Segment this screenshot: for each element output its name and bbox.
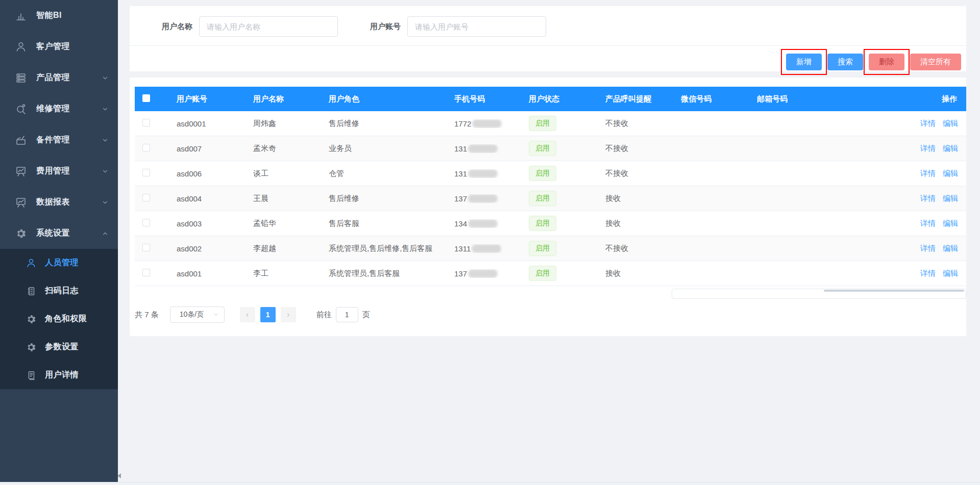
cell-phone: 1311 [448, 244, 523, 253]
redacted-phone [468, 219, 498, 228]
report-icon [14, 196, 28, 209]
user-name-input[interactable] [199, 16, 338, 37]
user-name-label: 用户名称 [162, 22, 192, 32]
user-account-input[interactable] [407, 16, 546, 37]
goto-page-input[interactable] [336, 307, 358, 322]
row-checkbox[interactable] [142, 244, 150, 251]
redacted-phone [472, 119, 502, 128]
sidebar-item-products[interactable]: 产品管理 [0, 62, 118, 93]
cell-notify: 接收 [599, 219, 675, 228]
column-header-notify: 产品呼叫提醒 [599, 94, 675, 104]
repair-icon [14, 103, 28, 116]
status-badge: 启用 [529, 241, 556, 256]
edit-link[interactable]: 编辑 [943, 119, 958, 127]
row-checkbox[interactable] [142, 169, 150, 176]
column-header-phone: 手机号码 [448, 94, 523, 104]
edit-link[interactable]: 编辑 [943, 194, 958, 202]
status-badge: 启用 [529, 191, 556, 206]
sidebar-item-reports[interactable]: 数据报表 [0, 187, 118, 218]
row-checkbox[interactable] [142, 144, 150, 151]
sidebar-item-repairs[interactable]: 维修管理 [0, 93, 118, 124]
hscroll-thumb[interactable] [824, 290, 964, 292]
sidebar-item-system-settings[interactable]: 系统设置 [0, 218, 118, 249]
next-page-button[interactable]: › [281, 307, 296, 322]
row-checkbox[interactable] [142, 269, 150, 276]
cell-notify: 接收 [599, 269, 675, 278]
search-button[interactable]: 搜索 [827, 54, 863, 70]
prev-page-button[interactable]: ‹ [240, 307, 255, 322]
annotation-box-add: 新增 [781, 49, 827, 75]
edit-link[interactable]: 编辑 [943, 219, 958, 227]
cell-notify: 不接收 [599, 144, 675, 154]
sidebar-item-label: 人员管理 [45, 258, 79, 268]
detail-link[interactable]: 详情 [920, 269, 936, 277]
select-all-checkbox[interactable] [142, 94, 150, 102]
cell-notify: 不接收 [599, 244, 675, 253]
status-badge: 启用 [529, 216, 556, 231]
cell-role: 仓管 [323, 169, 448, 178]
sidebar-item-parameters[interactable]: 参数设置 [0, 333, 118, 361]
table-hscroll [135, 286, 966, 299]
clear-all-button[interactable]: 清空所有 [910, 54, 961, 70]
sidebar-item-label: 参数设置 [45, 342, 79, 352]
page-unit-label: 页 [362, 310, 370, 320]
edit-link[interactable]: 编辑 [943, 144, 958, 152]
chevron-up-icon [102, 230, 109, 237]
edit-link[interactable]: 编辑 [943, 244, 958, 252]
search-panel: 用户名称 用户账号 新增 搜索 删除 清空所有 [130, 6, 966, 71]
sidebar-item-label: 系统设置 [36, 228, 70, 239]
sidebar-item-scan-log[interactable]: 扫码日志 [0, 277, 118, 305]
sidebar-item-roles-permissions[interactable]: 角色和权限 [0, 305, 118, 333]
cell-name: 王晨 [247, 194, 323, 203]
hscroll-track[interactable] [672, 289, 966, 299]
sidebar-item-user-details[interactable]: 用户详情 [0, 361, 118, 389]
sidebar-item-label: 扫码日志 [45, 286, 79, 296]
page-size-select[interactable]: 10条/页 [170, 307, 225, 323]
detail-link[interactable]: 详情 [920, 194, 936, 202]
cell-notify: 不接收 [599, 119, 675, 129]
delete-button[interactable]: 删除 [869, 54, 904, 70]
horizontal-scrollbar[interactable] [0, 482, 980, 485]
row-checkbox[interactable] [142, 219, 150, 226]
scroll-left-arrow-icon[interactable] [117, 473, 121, 478]
chevron-down-icon [102, 199, 109, 206]
cell-phone: 137 [448, 269, 523, 278]
notebook-icon [24, 285, 38, 298]
sidebar-item-customers[interactable]: 客户管理 [0, 31, 118, 62]
row-checkbox[interactable] [142, 119, 150, 126]
parts-icon [14, 134, 28, 147]
detail-link[interactable]: 详情 [920, 219, 936, 227]
cell-account: asd003 [170, 219, 247, 228]
detail-link[interactable]: 详情 [920, 244, 936, 252]
page-number-button[interactable]: 1 [260, 307, 276, 322]
edit-link[interactable]: 编辑 [943, 169, 958, 177]
gear-icon [14, 227, 28, 240]
sidebar-item-spare-parts[interactable]: 备件管理 [0, 124, 118, 156]
table-row: asd004 王晨 售后维修 137 启用 接收 详情编辑 [135, 186, 966, 211]
detail-link[interactable]: 详情 [920, 169, 936, 177]
row-checkbox[interactable] [142, 194, 150, 201]
sidebar-item-smart-bi[interactable]: 智能BI [0, 0, 118, 31]
sidebar-item-expenses[interactable]: 费用管理 [0, 156, 118, 187]
column-header-wechat: 微信号码 [675, 94, 751, 104]
table-row: asd003 孟铅华 售后客服 134 启用 接收 详情编辑 [135, 211, 966, 236]
cell-role: 售后客服 [323, 219, 448, 228]
redacted-phone [468, 169, 498, 178]
cell-name: 谈工 [247, 169, 323, 178]
detail-link[interactable]: 详情 [920, 119, 936, 127]
pagination: 共 7 条 10条/页 ‹ 1 › 前往 页 [135, 307, 966, 323]
chevron-down-icon [213, 312, 219, 318]
detail-link[interactable]: 详情 [920, 144, 936, 152]
column-header-status: 用户状态 [523, 94, 599, 104]
sidebar-item-personnel[interactable]: 人员管理 [0, 249, 118, 277]
cell-account: asd001 [170, 269, 247, 278]
add-button[interactable]: 新增 [786, 54, 822, 70]
total-count: 共 7 条 [135, 310, 159, 320]
chevron-down-icon [102, 168, 109, 175]
cell-phone: 1772 [448, 119, 523, 128]
column-header-operation: 操作 [907, 94, 966, 104]
customer-icon [14, 40, 28, 54]
cell-account: asd002 [170, 244, 247, 253]
cell-name: 周炜鑫 [247, 119, 323, 129]
edit-link[interactable]: 编辑 [943, 269, 958, 277]
